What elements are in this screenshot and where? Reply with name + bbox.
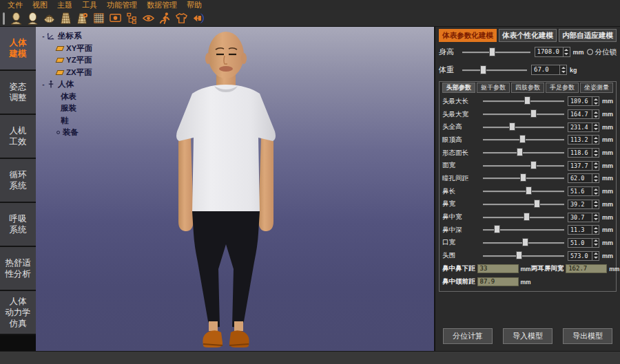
spin-down-icon[interactable] — [592, 153, 599, 157]
param-tab-手足参数[interactable]: 手足参数 — [546, 83, 579, 93]
spin-down-icon[interactable] — [560, 70, 566, 75]
param-tab-头部参数[interactable]: 头部参数 — [442, 83, 475, 93]
weight-slider-handle[interactable] — [480, 65, 486, 74]
tree-item-ZX平面[interactable]: ZX平面 — [40, 67, 92, 79]
sidebar-item-2[interactable]: 姿态 调整 — [0, 71, 36, 115]
tree-item-YZ平面[interactable]: YZ平面 — [40, 54, 92, 67]
spin-down-icon[interactable] — [592, 101, 599, 105]
spin-down-icon[interactable] — [592, 217, 599, 222]
spin-down-icon[interactable] — [592, 140, 599, 144]
tab-体表参数化建模[interactable]: 体表参数化建模 — [439, 29, 497, 42]
param-spinbox[interactable]: 11.3 — [568, 225, 599, 235]
param-slider-handle[interactable] — [526, 186, 532, 195]
menu-item[interactable]: 视图 — [28, 0, 52, 10]
button-导入模型[interactable]: 导入模型 — [503, 328, 552, 344]
menu-item[interactable]: 主题 — [52, 0, 77, 10]
eye-icon[interactable] — [141, 11, 156, 26]
param-value[interactable]: 164.7 — [568, 110, 592, 118]
tshirt-icon[interactable] — [174, 11, 189, 26]
tree-item-服装[interactable]: 服装 — [40, 103, 92, 115]
radio-icon[interactable] — [587, 49, 593, 55]
param-spinbox[interactable]: 231.4 — [568, 122, 599, 132]
param-slider[interactable] — [483, 213, 564, 222]
param-slider[interactable] — [483, 161, 564, 171]
param-slider[interactable] — [483, 173, 564, 183]
sidebar-item-4[interactable]: 循环 系统 — [0, 159, 36, 203]
param-tab-四肢参数[interactable]: 四肢参数 — [511, 83, 544, 93]
param-slider[interactable] — [483, 148, 564, 158]
param-tab-坐姿测量[interactable]: 坐姿测量 — [580, 83, 613, 93]
param-value[interactable]: 189.6 — [568, 97, 592, 105]
spin-down-icon[interactable] — [592, 243, 599, 247]
param-slider-track[interactable] — [483, 204, 564, 205]
toolbar-grip[interactable] — [3, 12, 5, 25]
menu-item[interactable]: 文件 — [3, 0, 28, 10]
tree-item-坐标系[interactable]: -坐标系 — [40, 30, 92, 43]
param-slider[interactable] — [483, 225, 564, 235]
param-slider[interactable] — [483, 109, 564, 119]
spin-down-icon[interactable] — [592, 256, 599, 260]
height-slider-track[interactable] — [462, 52, 530, 53]
param-value[interactable]: 11.3 — [568, 226, 592, 234]
menu-item[interactable]: 功能管理 — [102, 0, 142, 10]
button-导出模型[interactable]: 导出模型 — [563, 328, 612, 344]
button-分位计算[interactable]: 分位计算 — [443, 328, 493, 344]
param-slider[interactable] — [483, 200, 564, 209]
tree-item-人体[interactable]: -人体 — [40, 78, 92, 91]
spin-down-icon[interactable] — [564, 52, 570, 57]
param-slider-track[interactable] — [483, 114, 564, 115]
param-slider[interactable] — [483, 251, 564, 261]
param-slider[interactable] — [483, 238, 564, 248]
garment-gear-icon[interactable] — [74, 11, 90, 26]
tree-item-装备[interactable]: 装备 — [40, 127, 92, 139]
percentile-lock[interactable]: 分位锁 — [587, 47, 617, 57]
param-tab-躯干参数[interactable]: 躯干参数 — [477, 83, 510, 93]
param-slider-handle[interactable] — [530, 109, 537, 118]
param-slider-track[interactable] — [483, 127, 564, 128]
tab-内部自适应建模[interactable]: 内部自适应建模 — [559, 29, 617, 42]
height-slider[interactable] — [462, 47, 530, 57]
tree-toggle-icon[interactable]: - — [40, 81, 47, 88]
scene-tree-icon[interactable] — [124, 11, 139, 26]
param-slider-track[interactable] — [483, 152, 564, 153]
param-spinbox[interactable]: 118.6 — [568, 148, 599, 158]
field-input[interactable]: 33 — [477, 264, 519, 273]
param-spinbox[interactable]: 573.0 — [568, 251, 599, 261]
param-slider-handle[interactable] — [494, 225, 500, 233]
spin-down-icon[interactable] — [592, 204, 599, 208]
menu-item[interactable]: 帮助 — [182, 0, 207, 10]
dense-mesh-icon[interactable] — [91, 11, 106, 26]
param-slider-handle[interactable] — [520, 173, 526, 182]
display-icon[interactable] — [107, 11, 123, 26]
param-slider[interactable] — [483, 135, 564, 144]
sidebar-item-7[interactable]: 人体 动力学 仿真 — [0, 291, 36, 335]
param-spinbox[interactable]: 62.0 — [568, 173, 599, 183]
sidebar-item-1[interactable]: 人体 建模 — [0, 27, 36, 71]
weight-spinbox[interactable]: 67.0 — [531, 65, 567, 75]
mannequin-side-icon[interactable] — [25, 11, 40, 26]
height-value[interactable]: 1708.0 — [535, 47, 563, 56]
spin-down-icon[interactable] — [592, 114, 599, 118]
field-input[interactable]: 162.7 — [566, 264, 607, 273]
viewport-3d[interactable]: -坐标系XY平面YZ平面ZX平面-人体体表服装鞋装备 — [36, 27, 434, 351]
tree-item-鞋[interactable]: 鞋 — [40, 115, 92, 127]
param-slider-handle[interactable] — [530, 161, 537, 169]
weight-slider[interactable] — [462, 65, 527, 75]
spin-down-icon[interactable] — [592, 178, 599, 182]
param-spinbox[interactable]: 39.2 — [568, 200, 599, 209]
param-value[interactable]: 573.0 — [568, 252, 592, 260]
param-spinbox[interactable]: 30.7 — [568, 213, 599, 222]
spin-down-icon[interactable] — [592, 127, 599, 131]
menu-item[interactable]: 数据管理 — [142, 0, 182, 10]
spin-down-icon[interactable] — [592, 191, 599, 195]
param-slider[interactable] — [483, 122, 564, 132]
param-value[interactable]: 51.0 — [568, 239, 592, 247]
sidebar-item-6[interactable]: 热舒适 性分析 — [0, 247, 36, 291]
param-slider-handle[interactable] — [517, 148, 523, 156]
param-value[interactable]: 231.4 — [568, 123, 592, 131]
param-slider-handle[interactable] — [524, 213, 530, 221]
param-slider-handle[interactable] — [519, 135, 526, 143]
param-slider-handle[interactable] — [516, 251, 522, 259]
param-value[interactable]: 30.7 — [568, 213, 592, 222]
param-slider-track[interactable] — [483, 165, 564, 167]
